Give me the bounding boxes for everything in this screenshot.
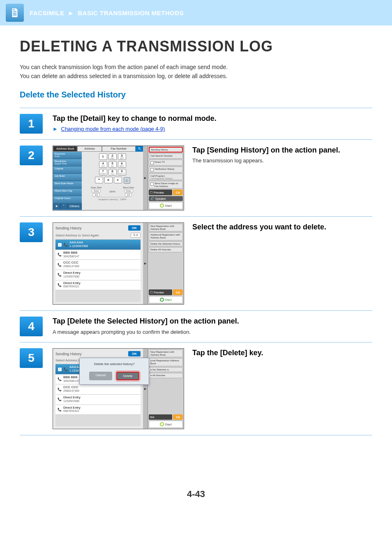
cancel-button[interactable]: Cancel [89, 372, 112, 380]
key-8[interactable]: 8TUV [108, 169, 117, 176]
check-icon: ✓ [58, 243, 62, 247]
sidebar-exposure[interactable]: ExposureAuto [53, 152, 82, 159]
ap-new-registration[interactable]: New Registration with Address Book [149, 349, 183, 357]
preview-button[interactable]: ▢Preview [149, 289, 172, 295]
sidebar-favorite-icon[interactable]: ★ [53, 204, 60, 209]
history-item[interactable]: 📞Direct Entry0987654321 [55, 280, 141, 291]
phone-icon: 📞 [58, 253, 62, 257]
ap-verification-stamp[interactable]: Verification Stamp [149, 166, 183, 173]
step-2-title: Tap [Sending History] on the action pane… [192, 146, 372, 155]
ap-delete-all-partial[interactable]: e All Histories [149, 373, 183, 378]
key-6[interactable]: 6MNO [118, 161, 126, 168]
speaker-button[interactable]: 🔊Speaker [149, 196, 183, 201]
ca-button[interactable]: CA [173, 190, 183, 195]
key-clear[interactable]: C [124, 177, 130, 184]
history-item[interactable]: 📞CCC CCC2580147369 [55, 260, 141, 270]
ap-delete-all[interactable]: Delete All Histories [149, 247, 183, 252]
ap-direct-tx[interactable]: Direct TX [149, 160, 183, 166]
start-button[interactable]: Start [149, 202, 183, 209]
key-star[interactable]: ＊ [95, 177, 103, 183]
panel-handle-icon[interactable] [143, 223, 148, 304]
ap-sending-history[interactable]: Sending History [149, 147, 183, 153]
divider [20, 139, 372, 140]
step-4: 4 Tap [Delete the Selected History] on t… [20, 317, 372, 336]
key-4[interactable]: 4GHI [99, 161, 107, 168]
start-icon [160, 422, 164, 426]
sidebar-mixed-size[interactable]: Mixed Size Orig. [53, 189, 82, 196]
ap-additional-registration[interactable]: Additional Registration with Address Boo… [149, 232, 183, 240]
page-title: DELETING A TRANSMISSION LOG [20, 38, 372, 55]
changing-mode-link[interactable]: Changing mode from each mode (page 4-9) [61, 126, 165, 132]
sidebar-job-build[interactable]: Job Build [53, 174, 82, 181]
step-number-badge: 3 [20, 222, 43, 242]
sort-button[interactable]: ⇅ A [131, 233, 141, 238]
ap-call-program[interactable]: Call Program Call Registered Settings [149, 173, 183, 180]
sidebar-original[interactable]: Original [53, 166, 82, 174]
key-0[interactable]: 0 [104, 177, 113, 183]
key-9[interactable]: 9WXYZ [118, 169, 126, 176]
search-button[interactable] [136, 146, 143, 152]
action-panel: New Registration with Address Book ional… [148, 349, 184, 429]
history-title: Sending History [55, 352, 82, 356]
step-number-badge: 2 [20, 146, 43, 165]
step-1-title: Tap the [Detail] key to change to normal… [53, 114, 372, 123]
preview-button[interactable]: ▢Preview [149, 190, 172, 195]
ap-call-search[interactable]: Call Search Number [149, 153, 183, 159]
scan-size-auto[interactable]: Auto [92, 189, 101, 192]
start-button[interactable]: Start [149, 296, 183, 303]
sidebar-slow-scan[interactable]: Slow Scan Mode [53, 181, 82, 189]
step-1: 1 Tap the [Detail] key to change to norm… [20, 114, 372, 134]
ap-additional-registration-partial[interactable]: ional Registration Address Book [149, 358, 183, 366]
phone-icon: 📞 [58, 408, 62, 412]
start-icon [160, 298, 164, 302]
history-subtitle: Select Address to Send Again. [55, 234, 100, 237]
key-7[interactable]: 7PQRS [99, 169, 107, 176]
reception-memory: reception memory : 100% [97, 197, 128, 201]
tab-address-book[interactable]: Address Book [53, 146, 77, 152]
key-3[interactable]: 3DEF [118, 153, 126, 160]
sidebar-resolution[interactable]: ResolutionSuper Fine [53, 159, 82, 166]
ap-send-same-image[interactable]: Send Same Image as Fax Address [149, 181, 183, 189]
start-button[interactable]: Start [149, 421, 183, 428]
send-size-auto[interactable]: Auto [124, 189, 133, 192]
ok-button[interactable]: OK [128, 351, 141, 356]
step-3: 3 Sending History OK Select Address to S… [20, 222, 372, 305]
ap-delete-selected-partial[interactable]: e the Selected ry [149, 367, 183, 372]
key-5[interactable]: 5JKL [108, 161, 117, 168]
sidebar-original-count[interactable]: Original Count [53, 196, 82, 204]
delete-button[interactable]: Delete [116, 372, 139, 380]
history-item[interactable]: 📞CCC CCC2580147369 [55, 384, 141, 395]
panel-handle-icon[interactable] [143, 146, 148, 210]
send-size-paper[interactable]: A4 [125, 193, 132, 197]
key-2[interactable]: 2ABC [108, 153, 117, 160]
ok-button[interactable]: OK [128, 225, 141, 231]
tab-row: Address Book Address Fax Number [53, 146, 143, 152]
breadcrumb-section-2: BASIC TRANSMISSION METHODS [78, 9, 184, 16]
ap-delete-selected[interactable]: Delete the Selected History [149, 241, 183, 247]
step-number-badge: 1 [20, 114, 43, 134]
tab-fax-number[interactable]: Fax Number [102, 146, 136, 152]
intro-text: You can check transmission logs from the… [20, 62, 372, 81]
ca-button[interactable]: CA [173, 414, 183, 420]
history-item[interactable]: 📞BBB BBB3692580147 [55, 250, 141, 260]
link-arrow-icon: ► [53, 126, 58, 132]
history-item[interactable]: 📞Direct Entry1234567890 [55, 395, 141, 405]
history-item[interactable]: 📞Direct Entry0987654321 [55, 405, 141, 415]
history-item[interactable]: ✓📞AAA AAA1-1234567890 [55, 240, 141, 250]
history-list: ✓📞AAA AAA1-1234567890 📞BBB BBB3692580147… [55, 239, 141, 290]
ap-new-registration[interactable]: New Registration with Address Book [149, 224, 183, 231]
sidebar-down-icon[interactable]: ˅ [60, 204, 68, 209]
preview-button-partial[interactable]: iew [149, 414, 172, 420]
key-hash[interactable]: # [114, 177, 122, 183]
breadcrumb: FACSIMILE ► BASIC TRANSMISSION METHODS [30, 9, 184, 16]
phone-icon: 📞 [64, 243, 68, 247]
tab-address[interactable]: Address [77, 146, 101, 152]
fax-screen-mockup: Address Book Address Fax Number Exposure… [53, 146, 184, 210]
sidebar-others[interactable]: Others [68, 204, 82, 209]
history-item[interactable]: 📞Direct Entry1234567890 [55, 270, 141, 280]
key-1[interactable]: 1 [99, 153, 107, 160]
step-4-desc: A message appears prompting you to confi… [53, 329, 372, 335]
phone-icon: 📞 [58, 377, 62, 381]
ca-button[interactable]: CA [173, 289, 183, 295]
scan-size-paper[interactable]: A4 [92, 193, 99, 197]
